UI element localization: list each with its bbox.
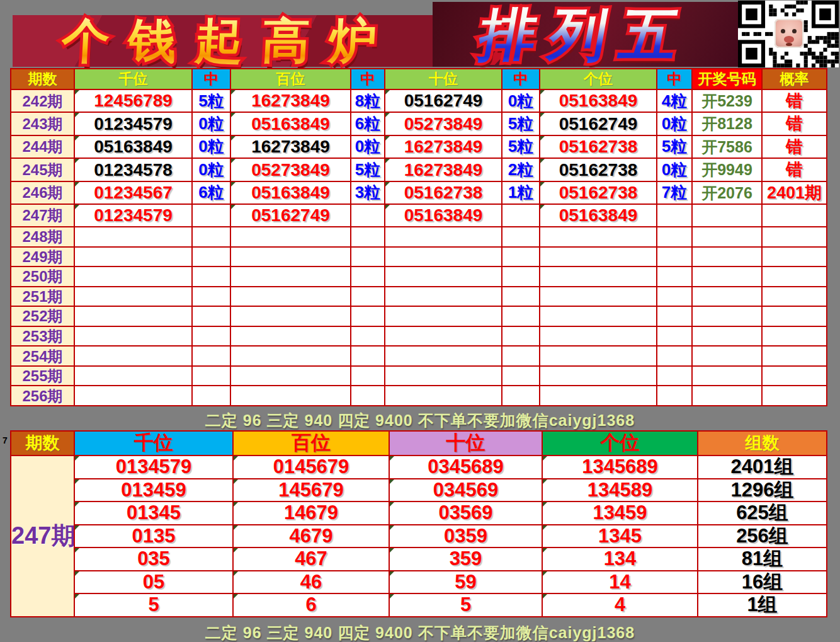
- cell: 0粒: [657, 112, 692, 135]
- cell: [74, 227, 192, 247]
- cell: [657, 267, 692, 287]
- banner-right-title-text: 排列五: [474, 3, 697, 66]
- cell: 0粒: [192, 135, 230, 158]
- period-cell: 248期: [11, 227, 74, 247]
- cell: [74, 287, 192, 307]
- cell: [762, 306, 827, 326]
- cell: [351, 306, 385, 326]
- cell: [762, 247, 827, 267]
- cell: [692, 326, 762, 347]
- header-cell: 期数: [11, 431, 74, 456]
- cell: 1345689: [542, 456, 698, 479]
- prediction-table-body: 242期124567895粒162738498粒051627490粒051638…: [11, 89, 827, 406]
- cell: [540, 267, 657, 287]
- combination-table-header: 期数千位百位十位个位组数: [11, 431, 827, 456]
- cell: [192, 306, 230, 326]
- header-cell: 期数: [11, 69, 74, 89]
- cell: [692, 346, 762, 366]
- prediction-table: 期数千位中百位中十位中个位中开奖号码概率 242期124567895粒16273…: [10, 68, 827, 406]
- header-cell: 开奖号码: [692, 69, 762, 89]
- cell: [351, 386, 385, 406]
- cell: [385, 366, 502, 386]
- header-cell: 中: [502, 69, 540, 89]
- cell: 错: [762, 158, 827, 181]
- cell: 013459: [74, 479, 233, 502]
- cell: 467: [233, 547, 389, 571]
- cell: 01234579: [74, 112, 192, 135]
- cell: [692, 306, 762, 326]
- cell: [692, 386, 762, 406]
- cell: [230, 306, 351, 326]
- cell: [657, 287, 692, 307]
- header-cell: 百位: [230, 69, 351, 89]
- cell: [502, 204, 540, 227]
- cell: [692, 227, 762, 247]
- cell: 2粒: [502, 158, 540, 181]
- cell: 7粒: [657, 181, 692, 204]
- header-cell: 中: [351, 69, 385, 89]
- cell: [74, 346, 192, 366]
- banner-right-title: 排列五 排列五: [433, 2, 738, 67]
- period-cell: 247期: [11, 204, 74, 227]
- cell: [762, 287, 827, 307]
- table-row: 247期01345790145679034568913456892401组: [11, 456, 827, 479]
- period-cell: 250期: [11, 267, 74, 287]
- cell: [762, 366, 827, 386]
- cell: 0粒: [657, 158, 692, 181]
- cell: 0粒: [192, 112, 230, 135]
- table-row: 254期: [11, 346, 827, 366]
- table-row: 03546735913481组: [11, 547, 827, 571]
- pig-avatar: [775, 19, 803, 48]
- banner-left-title-text: 个钱起高炉: [60, 14, 396, 67]
- table-row: 249期: [11, 247, 827, 267]
- cell: [385, 287, 502, 307]
- cell: [351, 326, 385, 347]
- cell: 4: [542, 593, 698, 617]
- notice-banner-top: 二定 96 三定 940 四定 9400 不下单不要加微信caiygj1368: [0, 410, 840, 431]
- table-row: 256期: [11, 386, 827, 406]
- cell: 8粒: [351, 89, 385, 112]
- cell: [657, 386, 692, 406]
- cell: 05163849: [385, 204, 502, 227]
- table-row: 0134591456790345691345891296组: [11, 479, 827, 502]
- cell: [502, 247, 540, 267]
- cell: [192, 267, 230, 287]
- cell: 134: [542, 547, 698, 571]
- period-cell: 251期: [11, 287, 74, 307]
- cell: [540, 287, 657, 307]
- cell: 5粒: [657, 135, 692, 158]
- cell: 6粒: [192, 181, 230, 204]
- table-row: 255期: [11, 366, 827, 386]
- period-cell: 253期: [11, 326, 74, 347]
- period-cell: 254期: [11, 346, 74, 366]
- banner-left-panel: 个钱起高炉 个钱起高炉: [13, 15, 433, 67]
- table-row: 251期: [11, 287, 827, 307]
- cell: 错: [762, 112, 827, 135]
- cell: 12456789: [74, 89, 192, 112]
- cell: 134589: [542, 479, 698, 502]
- cell: 05: [74, 571, 233, 594]
- header-cell: 千位: [74, 431, 233, 456]
- cell: 开8128: [692, 112, 762, 135]
- cell: 03569: [389, 502, 542, 525]
- table-row: 250期: [11, 267, 827, 287]
- banner-left-title: 个钱起高炉 个钱起高炉: [13, 15, 433, 67]
- cell: [230, 386, 351, 406]
- combination-table-body: 247期01345790145679034568913456892401组013…: [11, 456, 827, 617]
- period-cell: 245期: [11, 158, 74, 181]
- cell: [385, 346, 502, 366]
- cell: [692, 366, 762, 386]
- table-row: 247期01234579051627490516384905163849: [11, 204, 827, 227]
- header-cell: 十位: [389, 431, 542, 456]
- cell: [230, 287, 351, 307]
- cell: [351, 204, 385, 227]
- period-cell: 255期: [11, 366, 74, 386]
- cell: [385, 306, 502, 326]
- header-cell: 百位: [233, 431, 389, 456]
- cell: 开9949: [692, 158, 762, 181]
- cell: 145679: [233, 479, 389, 502]
- cell: 5: [74, 593, 233, 617]
- cell: 6: [233, 593, 389, 617]
- cell: [692, 267, 762, 287]
- cell: [540, 386, 657, 406]
